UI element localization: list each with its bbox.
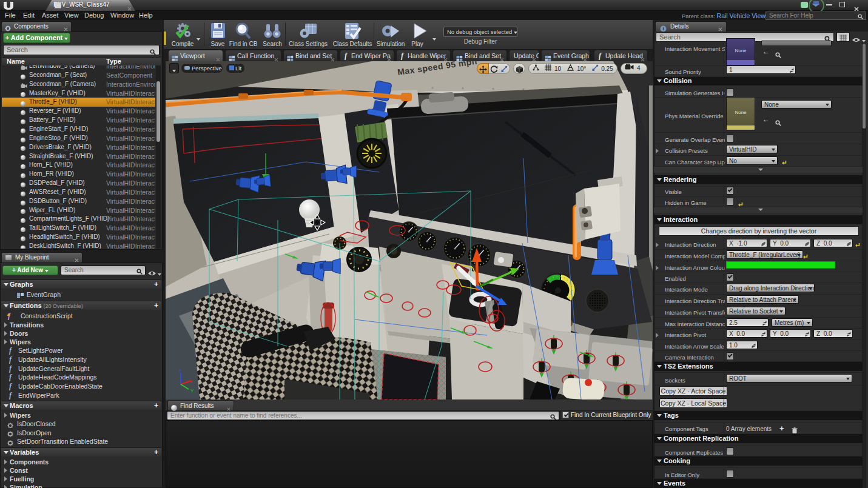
svg-text:x: x [190,379,192,384]
svg-text:i: i [662,26,664,32]
svg-text:Y: Y [190,388,194,393]
svg-text:z: z [179,367,181,373]
